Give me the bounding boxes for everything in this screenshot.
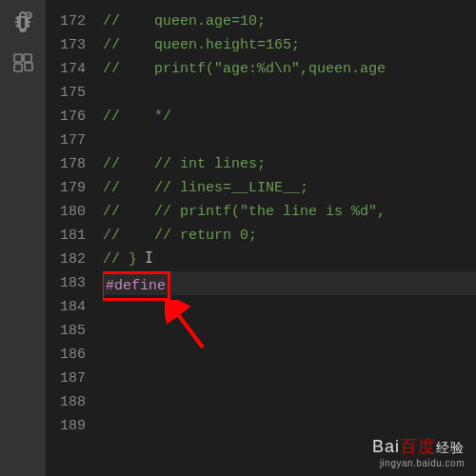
- line-number: 175: [46, 81, 86, 105]
- editor-area[interactable]: 1721731741751761771781791801811821831841…: [46, 0, 476, 476]
- line-number: 182: [46, 248, 86, 271]
- line-number: 180: [46, 200, 86, 224]
- watermark-brand-main: Bai: [372, 437, 400, 456]
- code-text: // queen.age=10;: [103, 13, 266, 30]
- line-number: 173: [46, 33, 86, 57]
- watermark-brand-tail: 经验: [436, 440, 465, 455]
- code-text: // queen.height=165;: [103, 37, 300, 53]
- code-text: // */: [103, 109, 171, 125]
- code-line[interactable]: // */: [103, 105, 476, 129]
- code-content[interactable]: // queen.age=10;// queen.height=165;// p…: [103, 0, 476, 476]
- line-number: 176: [46, 105, 86, 129]
- line-number: 185: [46, 319, 86, 343]
- code-text: // // return 0;: [103, 228, 257, 244]
- code-line[interactable]: #define: [103, 271, 476, 295]
- line-number: 188: [46, 390, 86, 414]
- line-number: 184: [46, 295, 86, 319]
- line-number: 189: [46, 414, 86, 438]
- svg-rect-2: [24, 54, 31, 62]
- code-line[interactable]: [103, 319, 476, 343]
- line-number: 181: [46, 224, 86, 248]
- line-number: 187: [46, 367, 86, 390]
- line-number: 179: [46, 176, 86, 200]
- text-cursor-icon: 𝙸: [145, 248, 153, 271]
- line-number: 178: [46, 152, 86, 176]
- code-text: // // int lines;: [103, 156, 266, 172]
- line-number: 174: [46, 57, 86, 81]
- code-line[interactable]: // // return 0;: [103, 224, 476, 248]
- code-text: // printf("age:%d\n",queen.age: [103, 61, 386, 77]
- code-line[interactable]: [103, 81, 476, 105]
- code-line[interactable]: // // int lines;: [103, 152, 476, 176]
- code-line[interactable]: [103, 343, 476, 367]
- code-line[interactable]: [103, 129, 476, 152]
- activity-bar: [0, 0, 46, 476]
- svg-rect-4: [25, 63, 32, 70]
- watermark: Bai百度经验 jingyan.baidu.com: [372, 435, 465, 468]
- code-line[interactable]: [103, 390, 476, 414]
- svg-rect-1: [14, 54, 22, 62]
- watermark-url: jingyan.baidu.com: [372, 458, 465, 468]
- code-line[interactable]: // queen.height=165;: [103, 33, 476, 57]
- code-line[interactable]: [103, 367, 476, 390]
- line-number: 183: [46, 271, 86, 295]
- code-line[interactable]: [103, 295, 476, 319]
- svg-rect-3: [14, 64, 22, 71]
- line-number-gutter: 1721731741751761771781791801811821831841…: [46, 0, 103, 476]
- code-line[interactable]: // queen.age=10;: [103, 10, 476, 33]
- code-text: // // printf("the line is %d",: [103, 204, 386, 220]
- code-line[interactable]: // // lines=__LINE__;: [103, 176, 476, 200]
- code-line[interactable]: // printf("age:%d\n",queen.age: [103, 57, 476, 81]
- debug-icon[interactable]: [11, 10, 34, 32]
- code-line[interactable]: // }𝙸: [103, 248, 476, 271]
- code-line[interactable]: // // printf("the line is %d",: [103, 200, 476, 224]
- watermark-brand-sub: 百度: [400, 437, 436, 456]
- line-number: 186: [46, 343, 86, 367]
- code-text: // }: [103, 251, 137, 268]
- line-number: 177: [46, 129, 86, 152]
- extensions-icon[interactable]: [11, 51, 34, 74]
- code-text: // // lines=__LINE__;: [103, 180, 308, 196]
- line-number: 172: [46, 10, 86, 33]
